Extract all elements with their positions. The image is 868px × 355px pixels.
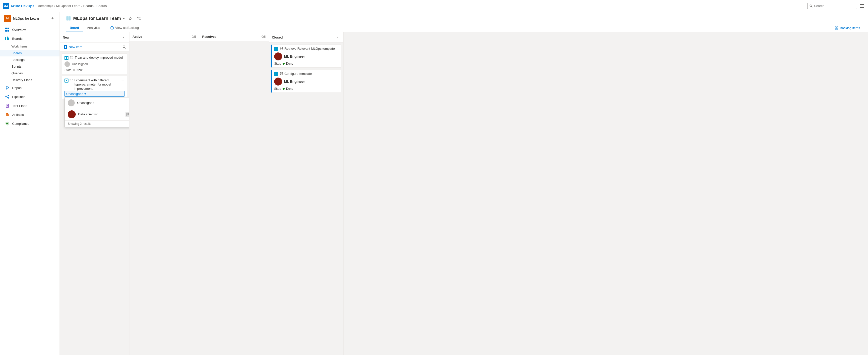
sidebar-add-button[interactable]: + (50, 15, 56, 22)
card-25-title: Configure template (284, 72, 339, 76)
breadcrumb-item-3[interactable]: Boards (96, 4, 106, 8)
svg-rect-3 (5, 28, 7, 29)
members-icon[interactable] (135, 15, 142, 22)
board-title-icon (66, 16, 71, 21)
artifacts-icon (5, 112, 10, 117)
card-27-ellipsis-button[interactable]: ··· (121, 78, 124, 83)
sidebar-item-backlogs[interactable]: Backlogs (0, 57, 60, 63)
card-26-assignee-icon (64, 61, 70, 67)
page-title-row: MLops for Learn Team ▾ (66, 15, 862, 22)
svg-rect-9 (8, 38, 9, 40)
sidebar-item-delivery-plans[interactable]: Delivery Plans (0, 77, 60, 83)
page-title-actions (127, 15, 142, 22)
column-collapse-new-button[interactable]: ‹ (121, 35, 126, 40)
svg-marker-19 (6, 113, 9, 114)
sidebar-item-repos[interactable]: Repos (0, 83, 60, 92)
sidebar-item-pipelines[interactable]: Pipelines (0, 92, 60, 101)
sidebar-project: M MLOps for Learn + (0, 12, 60, 25)
content-header: MLops for Learn Team ▾ Board Analytics (60, 12, 868, 32)
sidebar: M MLOps for Learn + Overview Boards Work… (0, 12, 60, 355)
sidebar-item-compliance[interactable]: Compliance (0, 119, 60, 128)
card-27-assignee-container: Unassigned ▾ Unassigned (64, 91, 124, 97)
column-header-active: Active 0/5 (129, 32, 199, 41)
card-26-state-dot (73, 69, 75, 71)
card-26-state-value: New (76, 68, 83, 72)
column-title-resolved: Resolved (202, 35, 260, 39)
svg-point-42 (277, 55, 279, 57)
column-title-active: Active (132, 35, 190, 39)
dropdown-option-data-scientist[interactable]: Data scientist (65, 108, 129, 120)
breadcrumb-sep-2: / (95, 4, 96, 8)
tab-view-as-backlog[interactable]: View as Backlog (106, 24, 143, 32)
card-25-assignee-name: ML Engineer (284, 79, 305, 83)
sidebar-item-queries[interactable]: Queries (0, 70, 60, 77)
sidebar-item-boards-group-label: Boards (12, 37, 23, 40)
svg-rect-18 (6, 114, 9, 116)
data-scientist-badge-icon (125, 112, 129, 117)
topbar: Azure DevOps demosmjd / MLOps for Learn … (0, 0, 868, 12)
favorite-icon[interactable] (127, 15, 134, 22)
sidebar-item-test-plans[interactable]: Test Plans (0, 101, 60, 110)
backlog-items-icon (835, 26, 838, 30)
card-24-state-label: State (274, 62, 281, 65)
sidebar-item-delivery-plans-label: Delivery Plans (11, 78, 32, 82)
sidebar-item-overview[interactable]: Overview (0, 25, 60, 34)
column-title-new: New (63, 36, 120, 39)
tab-board[interactable]: Board (66, 24, 83, 32)
compliance-icon (5, 121, 10, 126)
new-item-button[interactable]: New item (62, 43, 84, 50)
search-input[interactable] (814, 4, 855, 8)
svg-rect-7 (5, 37, 6, 40)
work-item-card-24[interactable]: 24 Retrieve Relevant MLOps template ML E… (271, 44, 341, 68)
sidebar-item-test-plans-label: Test Plans (12, 104, 27, 108)
breadcrumb-sep-0: / (54, 4, 55, 8)
backlog-items-button[interactable]: Backlog items (833, 25, 862, 31)
breadcrumb-sep-1: / (82, 4, 83, 8)
svg-point-35 (66, 63, 68, 64)
column-closed: Closed ‹ 24 Retrieve Relevant MLOps tem (269, 32, 344, 355)
boards-group-icon (5, 36, 10, 41)
new-item-row: New item (60, 42, 129, 51)
search-box[interactable] (807, 3, 857, 9)
sidebar-item-overview-label: Overview (12, 28, 26, 32)
sidebar-item-artifacts[interactable]: Artifacts (0, 110, 60, 119)
work-item-card-25[interactable]: 25 Configure template ML Engineer State (271, 70, 341, 93)
work-item-card-26[interactable]: 26 Train and deploy improved model Unass… (62, 54, 127, 74)
breadcrumb-item-0[interactable]: demosmjd (38, 4, 53, 8)
sidebar-item-work-items-label: Work items (11, 44, 28, 48)
topbar-logo[interactable]: Azure DevOps (3, 3, 34, 9)
card-27-assignee-select[interactable]: Unassigned ▾ (64, 91, 124, 97)
card-24-type-icon (274, 47, 278, 51)
svg-rect-4 (7, 28, 9, 29)
svg-point-33 (123, 46, 125, 48)
sidebar-item-queries-label: Queries (11, 71, 23, 75)
breadcrumb-item-1[interactable]: MLOps for Learn (56, 4, 81, 8)
sidebar-item-artifacts-label: Artifacts (12, 113, 24, 116)
new-item-search-button[interactable] (121, 44, 127, 50)
svg-point-36 (70, 101, 72, 103)
repos-icon (5, 85, 10, 90)
work-item-card-27[interactable]: 27 Experiment with different hyperparame… (62, 76, 127, 99)
sidebar-item-boards-group[interactable]: Boards (0, 34, 60, 43)
card-26-state: State New (64, 68, 124, 72)
breadcrumb-item-2[interactable]: Boards (83, 4, 93, 8)
backlog-items-label: Backlog items (840, 26, 860, 30)
card-24-assignee-avatar (274, 52, 282, 61)
project-avatar: M (4, 15, 11, 22)
sidebar-item-sprints[interactable]: Sprints (0, 63, 60, 70)
tab-analytics[interactable]: Analytics (83, 24, 104, 32)
column-body-closed: 24 Retrieve Relevant MLOps template ML E… (269, 42, 343, 355)
hamburger-menu-icon[interactable] (859, 3, 865, 9)
dropdown-option-unassigned[interactable]: Unassigned (65, 98, 129, 108)
sidebar-item-boards[interactable]: Boards (0, 50, 60, 57)
page-title-chevron-icon[interactable]: ▾ (123, 16, 125, 21)
column-header-resolved: Resolved 0/5 (199, 32, 269, 41)
column-collapse-closed-button[interactable]: ‹ (335, 35, 340, 40)
column-header-closed: Closed ‹ (269, 32, 343, 42)
svg-point-1 (810, 5, 812, 7)
card-24-state-dot (283, 63, 285, 65)
sidebar-item-work-items[interactable]: Work items (0, 43, 60, 50)
new-item-label: New item (69, 45, 82, 49)
card-27-header: 27 Experiment with different hyperparame… (64, 78, 124, 91)
svg-rect-6 (7, 30, 9, 32)
